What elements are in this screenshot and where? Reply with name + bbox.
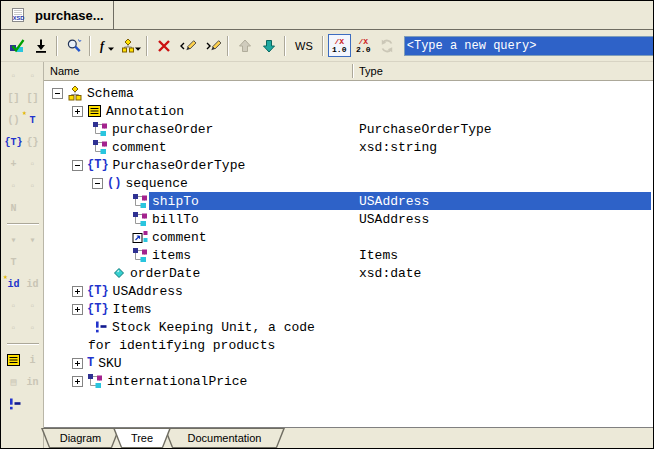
convert-node-icon: ▫: [5, 178, 22, 194]
blank-1-icon: [24, 200, 41, 216]
insert-complextype-icon: {}: [24, 134, 41, 150]
toolbar-separator: [227, 36, 229, 56]
expand-icon[interactable]: [72, 358, 83, 369]
new-global-element-icon[interactable]: T★: [24, 112, 41, 128]
arrow-up-icon: [237, 38, 253, 54]
f-dropdown-icon: f: [98, 38, 116, 54]
append-node-icon: +: [5, 156, 22, 172]
toolbar-separator: [56, 36, 58, 56]
expand-icon[interactable]: [72, 376, 83, 387]
xslt-2-0-button[interactable]: /X2.0: [352, 34, 375, 57]
move-up-button: [233, 34, 256, 57]
tree-node-label: Items: [113, 302, 152, 317]
pencil-right-icon: [203, 38, 221, 54]
sidebar-separator: [7, 223, 39, 225]
tree-row-purchaseordertype[interactable]: {T}PurchaseOrderType: [44, 156, 653, 174]
tree-node-type: PurchaseOrderType: [359, 122, 492, 137]
validate-icon: [9, 38, 25, 54]
delete-button[interactable]: [152, 34, 175, 57]
tree-row-purchaseorder[interactable]: purchaseOrderPurchaseOrderType: [44, 120, 653, 138]
complextype-icon: {T}: [87, 302, 109, 316]
tree-node-label: internationalPrice: [107, 374, 247, 389]
element-icon: [132, 211, 148, 227]
tree-node-label: comment: [112, 140, 167, 155]
tree-panel: Name Type SchemaAnnotationpurchaseOrderP…: [44, 62, 653, 448]
column-divider[interactable]: [352, 64, 354, 78]
column-header-name[interactable]: Name: [50, 65, 79, 77]
tree-row-comment[interactable]: comment: [44, 228, 653, 246]
tree-node-label: Stock Keeping Unit, a code: [112, 320, 315, 335]
star-badge-icon: ★: [3, 272, 8, 281]
element-icon: [132, 193, 148, 209]
validate-button[interactable]: [5, 34, 28, 57]
tree-row-internationalprice[interactable]: internationalPrice: [44, 372, 653, 390]
edit-comment-icon[interactable]: [5, 396, 22, 412]
functions-menu-button[interactable]: f: [95, 34, 118, 57]
collapse-icon[interactable]: [92, 178, 103, 189]
tree-row-sequence[interactable]: ()sequence: [44, 174, 653, 192]
hierarchy-dropdown-icon: [121, 38, 141, 54]
find-button[interactable]: [62, 34, 85, 57]
xsd-file-icon: XSD: [10, 7, 26, 23]
expand-icon[interactable]: [72, 286, 83, 297]
document-tab-purchase[interactable]: XSD purchase...: [6, 1, 114, 29]
xpath-query-combobox[interactable]: <Type a new query>: [404, 36, 654, 56]
column-header-type[interactable]: Type: [359, 65, 383, 77]
expand-icon[interactable]: [72, 304, 83, 315]
web-service-button[interactable]: WS: [290, 34, 318, 57]
move-out-icon: ▾: [24, 232, 41, 248]
rename-node-icon: N: [5, 200, 22, 216]
view-tabs: DiagramTreeDocumentation: [44, 427, 653, 448]
schema-editor-window: XSD purchase... fWS/X1.0/X2.0 <Type a ne…: [0, 0, 654, 449]
view-tab-tree[interactable]: Tree: [113, 428, 171, 448]
tree-row-billto[interactable]: billToUSAddress: [44, 210, 653, 228]
view-tab-diagram[interactable]: Diagram: [41, 428, 120, 448]
tree-row-items[interactable]: itemsItems: [44, 246, 653, 264]
tree-row-shipto[interactable]: shipToUSAddress: [44, 192, 653, 210]
xpath-query-input[interactable]: <Type a new query>: [405, 37, 654, 55]
xslt-1-0-button[interactable]: /X1.0: [328, 34, 351, 57]
tree-column-header: Name Type: [44, 62, 653, 81]
tree-row-usaddress[interactable]: {T}USAddress: [44, 282, 653, 300]
tree-row-sku[interactable]: TSKU: [44, 354, 653, 372]
tree-row-orderdate[interactable]: orderDatexsd:date: [44, 264, 653, 282]
schema-sidebar-toolbar: ▫▫[][]()T★{T}{}+▫▫▫N▾▾Tid★id▫▫▫▫i▤in: [1, 62, 44, 448]
svg-text:XSD: XSD: [13, 15, 25, 21]
append-after-button[interactable]: [200, 34, 223, 57]
complextype-icon: {T}: [87, 158, 109, 172]
arrow-down-icon: [261, 38, 277, 54]
edit-annotation-icon[interactable]: [5, 352, 22, 368]
new-id-icon[interactable]: id★: [5, 276, 22, 292]
tree-row-continuation[interactable]: for identifying products: [44, 336, 653, 354]
move-down-button[interactable]: [257, 34, 280, 57]
schema-settings-menu-button[interactable]: [119, 34, 142, 57]
view-tab-documentation[interactable]: Documentation: [164, 428, 285, 448]
insert-before-button[interactable]: [176, 34, 199, 57]
tab-label: Documentation: [165, 429, 284, 447]
tree-row-annotation[interactable]: Annotation: [44, 102, 653, 120]
tree-row-stock-keeping-unit-a-code[interactable]: Stock Keeping Unit, a code: [44, 318, 653, 336]
collapse-icon[interactable]: [52, 88, 63, 99]
tree-row-comment[interactable]: commentxsd:string: [44, 138, 653, 156]
annotation-icon: [87, 103, 102, 119]
schema-icon: [67, 85, 83, 101]
tree-node-label: for identifying products: [88, 338, 275, 353]
pencil-left-icon: [179, 38, 197, 54]
new-complextype-icon[interactable]: {T}: [5, 134, 22, 150]
attribute-icon: [112, 265, 126, 281]
xslt-icon: /X2.0: [356, 38, 370, 54]
move-into-icon: ▾: [5, 232, 22, 248]
insert-child-sequence-icon: (): [5, 112, 22, 128]
update-schema-button[interactable]: [29, 34, 52, 57]
collapse-icon[interactable]: [72, 160, 83, 171]
content-area: ▫▫[][]()T★{T}{}+▫▫▫N▾▾Tid★id▫▫▫▫i▤in Nam…: [1, 62, 653, 448]
tree-node-label: sequence: [125, 176, 187, 191]
expand-icon[interactable]: [72, 106, 83, 117]
main-toolbar: fWS/X1.0/X2.0 <Type a new query>: [1, 30, 653, 62]
magnifier-icon: [66, 38, 82, 54]
tree-row-items[interactable]: {T}Items: [44, 300, 653, 318]
paste-node-2-icon: ▫: [24, 298, 41, 314]
sidebar-separator: [7, 343, 39, 345]
blank-2-icon: [24, 254, 41, 270]
tree-row-schema[interactable]: Schema: [44, 84, 653, 102]
